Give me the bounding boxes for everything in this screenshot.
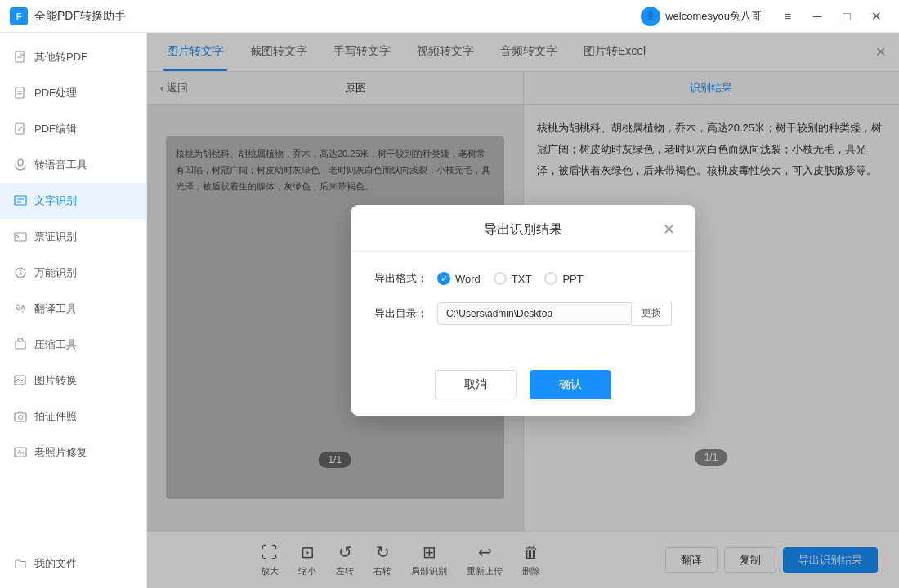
word-checked-icon: ✓	[437, 272, 450, 285]
layout: 其他转PDF PDF处理 PDF编辑 转语音工具 文字识别	[0, 33, 899, 588]
dir-change-button[interactable]: 更换	[632, 301, 672, 326]
universal-recognize-icon	[13, 265, 28, 280]
txt-radio-circle	[494, 272, 507, 285]
dialog-title: 导出识别结果	[387, 221, 659, 238]
sidebar-item-speech-tool[interactable]: 转语音工具	[0, 147, 146, 183]
speech-tool-icon	[13, 158, 28, 172]
sidebar-item-compress-tool[interactable]: 压缩工具	[0, 327, 146, 363]
text-recognize-icon	[13, 194, 28, 208]
sidebar-label-image-convert: 图片转换	[34, 373, 77, 388]
dialog-confirm-button[interactable]: 确认	[530, 370, 611, 399]
dir-label: 导出目录：	[374, 306, 427, 321]
my-files-icon	[13, 556, 28, 571]
svg-rect-8	[15, 196, 26, 205]
svg-rect-14	[16, 341, 25, 349]
close-button[interactable]: ✕	[863, 5, 889, 28]
sidebar-item-universal-recognize[interactable]: 万能识别	[0, 255, 146, 291]
minimize-button[interactable]: ─	[804, 5, 830, 28]
format-txt-option[interactable]: TXT	[494, 272, 532, 285]
dialog-header: 导出识别结果 ✕	[351, 205, 695, 252]
sidebar-label-ticket-recognize: 票证识别	[34, 229, 77, 244]
dialog-cancel-button[interactable]: 取消	[435, 370, 517, 399]
svg-rect-16	[15, 413, 26, 421]
username: welcomesyou兔八哥	[665, 9, 762, 24]
sidebar-label-old-photo-repair: 老照片修复	[34, 445, 87, 460]
sidebar-label-pdf-process: PDF处理	[34, 86, 77, 100]
dialog-body: 导出格式： ✓ Word TXT	[351, 252, 695, 360]
compress-tool-icon	[13, 337, 28, 352]
image-convert-icon	[13, 373, 28, 388]
pdf-edit-icon	[13, 122, 28, 136]
main-area: 图片转文字 截图转文字 手写转文字 视频转文字 音频转文字 图片转Excel ✕	[147, 33, 899, 588]
format-options: ✓ Word TXT PPT	[437, 272, 584, 285]
dialog-close-button[interactable]: ✕	[659, 220, 678, 239]
app-title: 全能PDF转换助手	[34, 9, 641, 24]
sidebar-label-speech-tool: 转语音工具	[34, 158, 87, 172]
svg-rect-11	[15, 233, 26, 241]
sidebar-item-other-to-pdf[interactable]: 其他转PDF	[0, 39, 146, 75]
format-ppt-option[interactable]: PPT	[544, 272, 583, 285]
take-photo-icon	[13, 409, 28, 424]
sidebar-item-ticket-recognize[interactable]: 票证识别	[0, 219, 146, 255]
maximize-button[interactable]: □	[834, 5, 860, 28]
format-label: 导出格式：	[374, 271, 427, 286]
format-row: 导出格式： ✓ Word TXT	[374, 271, 672, 286]
user-area: 👤 welcomesyou兔八哥	[641, 7, 762, 26]
old-photo-repair-icon	[13, 445, 28, 460]
sidebar-label-take-photo: 拍证件照	[34, 409, 77, 424]
sidebar-label-universal-recognize: 万能识别	[34, 265, 77, 280]
dialog-footer: 取消 确认	[351, 360, 695, 416]
sidebar-item-pdf-edit[interactable]: PDF编辑	[0, 111, 146, 147]
app-logo: F	[10, 7, 28, 25]
format-word-option[interactable]: ✓ Word	[437, 272, 481, 285]
svg-rect-2	[16, 87, 24, 98]
ticket-recognize-icon	[13, 229, 28, 244]
sidebar-label-compress-tool: 压缩工具	[34, 337, 77, 352]
sidebar-item-translate-tool[interactable]: 翻译工具	[0, 291, 146, 327]
sidebar-item-image-convert[interactable]: 图片转换	[0, 363, 146, 399]
sidebar-item-text-recognize[interactable]: 文字识别	[0, 183, 146, 219]
sidebar-label-text-recognize: 文字识别	[34, 194, 77, 208]
sidebar-item-old-photo-repair[interactable]: 老照片修复	[0, 434, 146, 470]
svg-point-17	[19, 416, 23, 420]
txt-label: TXT	[512, 273, 532, 285]
pdf-process-icon	[13, 86, 28, 100]
sidebar: 其他转PDF PDF处理 PDF编辑 转语音工具 文字识别	[0, 33, 147, 588]
sidebar-label-translate-tool: 翻译工具	[34, 301, 77, 316]
sidebar-label-other-to-pdf: 其他转PDF	[34, 50, 87, 65]
menu-button[interactable]: ≡	[775, 5, 801, 28]
ppt-radio-circle	[544, 272, 557, 285]
sidebar-item-my-files[interactable]: 我的文件	[0, 546, 146, 581]
title-bar: F 全能PDF转换助手 👤 welcomesyou兔八哥 ≡ ─ □ ✕	[0, 0, 899, 33]
window-controls: ≡ ─ □ ✕	[775, 5, 889, 28]
sidebar-item-take-photo[interactable]: 拍证件照	[0, 399, 146, 434]
dialog-overlay: 导出识别结果 ✕ 导出格式： ✓ Word	[147, 33, 899, 588]
translate-tool-icon	[13, 301, 28, 316]
ppt-label: PPT	[562, 273, 583, 285]
dir-input[interactable]	[437, 302, 632, 325]
export-dialog: 导出识别结果 ✕ 导出格式： ✓ Word	[351, 205, 695, 416]
svg-rect-6	[18, 159, 23, 166]
sidebar-item-pdf-process[interactable]: PDF处理	[0, 75, 146, 111]
other-to-pdf-icon	[13, 50, 28, 65]
sidebar-label-my-files: 我的文件	[34, 556, 77, 571]
sidebar-label-pdf-edit: PDF编辑	[34, 122, 77, 136]
avatar: 👤	[641, 7, 660, 26]
svg-point-12	[16, 236, 19, 238]
word-label: Word	[455, 273, 481, 285]
dir-row: 导出目录： 更换	[374, 301, 672, 326]
